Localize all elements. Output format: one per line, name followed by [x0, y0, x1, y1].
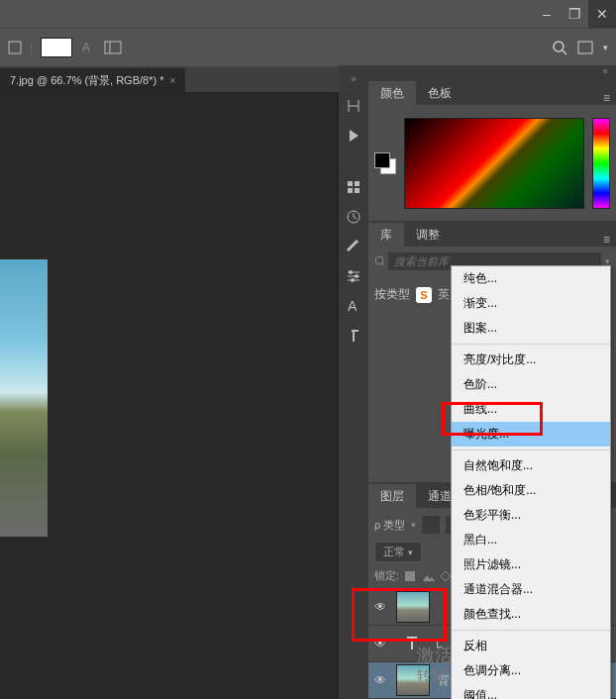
tab-libraries[interactable]: 库 [368, 223, 404, 247]
kind-label: ρ 类型 [374, 518, 405, 533]
color-panel-body [368, 105, 616, 221]
svg-text:A: A [82, 41, 90, 54]
menu-item-channel-mixer[interactable]: 通道混合器... [452, 577, 610, 602]
svg-rect-6 [578, 42, 592, 53]
annotation-highlight-layer [352, 588, 447, 642]
menu-item-hue-saturation[interactable]: 色相/饱和度... [452, 478, 610, 503]
menu-item-threshold[interactable]: 阈值... [452, 683, 610, 699]
menu-item-photo-filter[interactable]: 照片滤镜... [452, 552, 610, 577]
adjust-icon[interactable] [346, 268, 361, 284]
svg-point-14 [355, 274, 359, 278]
canvas-area[interactable] [0, 93, 337, 699]
color-panel-tabs: 颜色 色板 ≡ [368, 79, 616, 105]
lock-label: 锁定: [374, 568, 399, 583]
lock-transparent-icon[interactable] [403, 569, 417, 583]
menu-item-brightness-contrast[interactable]: 亮度/对比度... [452, 348, 610, 372]
type-panel-icon[interactable]: A [346, 298, 361, 314]
ime-mode: 英 [438, 286, 450, 303]
svg-rect-19 [405, 571, 415, 581]
history-icon[interactable] [346, 209, 361, 225]
menu-separator [452, 449, 610, 450]
panel-collapse-button[interactable]: « [368, 65, 616, 79]
window-maximize-button[interactable]: ❐ [561, 0, 588, 28]
menu-item-invert[interactable]: 反相 [452, 634, 610, 658]
options-bar: | A ▾ [0, 28, 616, 66]
document-tab[interactable]: 7.jpg @ 66.7% (背景, RGB/8*) * × [0, 68, 185, 92]
hue-slider[interactable] [592, 118, 610, 209]
menu-separator [452, 344, 610, 345]
paragraph-icon[interactable] [346, 328, 361, 344]
svg-point-13 [349, 270, 353, 274]
visibility-toggle[interactable]: 👁 [372, 673, 388, 687]
grid-icon[interactable] [346, 179, 361, 195]
filter-label: 按类型 [374, 286, 410, 303]
menu-item-solid-color[interactable]: 纯色... [452, 266, 610, 291]
color-ramp[interactable] [404, 118, 584, 209]
text-icon[interactable]: A [80, 40, 96, 55]
workspace-icon[interactable] [577, 40, 593, 55]
svg-rect-0 [9, 42, 21, 53]
window-minimize-button[interactable]: – [533, 0, 561, 28]
menu-item-vibrance[interactable]: 自然饱和度... [452, 453, 610, 478]
panel-menu-icon[interactable]: ≡ [603, 91, 610, 105]
search-icon [374, 255, 384, 267]
panel-icon[interactable] [104, 40, 122, 55]
svg-rect-9 [355, 181, 359, 186]
document-image [0, 259, 48, 537]
menu-item-pattern[interactable]: 图案... [452, 316, 610, 341]
blend-mode-select[interactable]: 正常 ▾ [374, 542, 422, 562]
menu-item-levels[interactable]: 色阶... [452, 372, 610, 397]
menu-item-color-lookup[interactable]: 颜色查找... [452, 602, 610, 627]
tab-layers[interactable]: 图层 [368, 484, 416, 508]
kind-filter-image[interactable] [422, 516, 440, 534]
library-panel-tabs: 库 调整 ≡ [368, 221, 616, 247]
brush-icon[interactable] [346, 239, 361, 254]
document-tab-label: 7.jpg @ 66.7% (背景, RGB/8*) * [10, 73, 163, 88]
menu-item-black-white[interactable]: 黑白... [452, 528, 610, 552]
ime-indicator-icon[interactable]: S [416, 287, 432, 303]
guide-icon[interactable] [346, 98, 361, 114]
svg-line-5 [563, 50, 566, 54]
tab-adjustments[interactable]: 调整 [404, 223, 452, 247]
tab-swatches[interactable]: 色板 [416, 81, 463, 105]
adjustment-context-menu: 纯色... 渐变... 图案... 亮度/对比度... 色阶... 曲线... … [451, 265, 611, 699]
svg-rect-8 [348, 181, 353, 186]
svg-line-18 [382, 263, 384, 266]
play-icon[interactable] [346, 128, 361, 144]
fg-bg-swatch[interactable] [374, 152, 396, 174]
title-bar: – ❐ ✕ [0, 0, 616, 28]
svg-rect-11 [355, 188, 359, 193]
menu-item-gradient[interactable]: 渐变... [452, 291, 610, 316]
svg-rect-2 [105, 42, 121, 53]
search-icon[interactable] [552, 40, 567, 55]
lock-image-icon[interactable] [421, 569, 435, 583]
menu-item-color-balance[interactable]: 色彩平衡... [452, 503, 610, 528]
svg-marker-7 [350, 130, 359, 142]
document-tab-close[interactable]: × [169, 75, 175, 86]
color-swatch[interactable] [41, 38, 72, 57]
svg-text:A: A [348, 298, 358, 314]
svg-point-4 [554, 42, 564, 51]
note-icon [8, 41, 22, 54]
foreground-color[interactable] [374, 152, 390, 168]
svg-rect-10 [348, 188, 353, 193]
menu-separator [452, 630, 610, 631]
tab-color[interactable]: 颜色 [368, 81, 416, 105]
annotation-highlight-menu [442, 402, 543, 436]
svg-point-17 [375, 256, 383, 264]
window-close-button[interactable]: ✕ [588, 0, 616, 28]
svg-point-15 [351, 278, 355, 282]
panel-menu-icon[interactable]: ≡ [603, 233, 610, 247]
menu-item-posterize[interactable]: 色调分离... [452, 658, 610, 683]
